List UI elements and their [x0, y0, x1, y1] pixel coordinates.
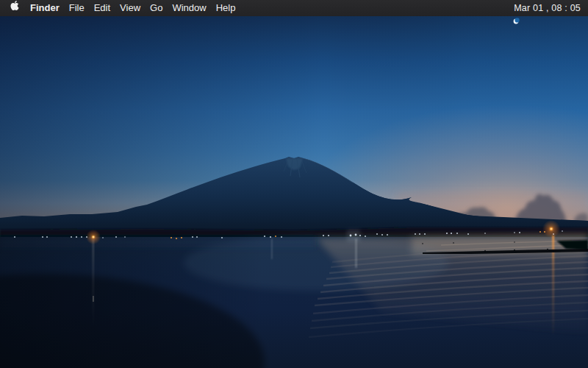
menu-go[interactable]: Go: [150, 0, 162, 16]
active-app-name[interactable]: Finder: [30, 0, 60, 16]
lake-water: [0, 234, 588, 368]
menu-view[interactable]: View: [120, 0, 140, 16]
apple-menu[interactable]: [10, 3, 20, 14]
menu-bar: Finder File Edit View Go Window Help Mar…: [0, 0, 588, 16]
desktop-wallpaper: [0, 16, 588, 368]
menu-items: File Edit View Go Window Help: [69, 0, 236, 16]
menu-edit[interactable]: Edit: [94, 0, 110, 16]
menu-window[interactable]: Window: [172, 0, 206, 16]
desktop[interactable]: [0, 16, 588, 368]
menu-help[interactable]: Help: [216, 0, 236, 16]
apple-icon: [10, 0, 19, 16]
menu-file[interactable]: File: [69, 0, 85, 16]
menu-clock[interactable]: Mar 01 , 08 : 05: [514, 0, 581, 16]
